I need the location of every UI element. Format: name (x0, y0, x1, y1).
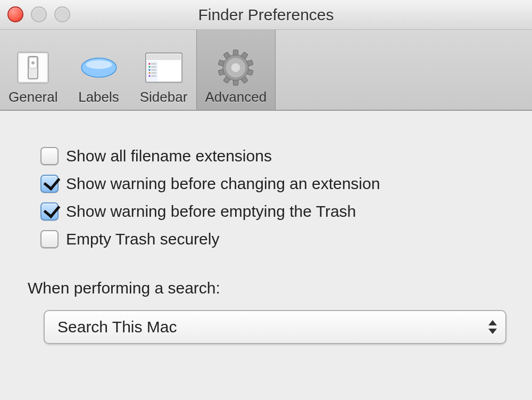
content: Show all filename extensions Show warnin… (0, 111, 532, 360)
tab-sidebar[interactable]: Sidebar (131, 30, 196, 110)
svg-point-33 (231, 63, 240, 72)
close-button[interactable] (7, 6, 23, 22)
toolbar: General Labels (0, 30, 532, 111)
svg-point-4 (31, 61, 35, 64)
titlebar: Finder Preferences (0, 0, 532, 30)
svg-rect-13 (148, 69, 150, 71)
option-warn-trash-checkbox[interactable] (40, 202, 59, 221)
search-scope-dropdown[interactable]: Search This Mac (44, 310, 506, 344)
option-warn-extension-label: Show warning before changing an extensio… (66, 175, 380, 193)
tab-labels[interactable]: Labels (66, 30, 131, 110)
option-warn-trash-row: Show warning before emptying the Trash (32, 198, 500, 226)
search-scope-value: Search This Mac (57, 318, 177, 336)
tab-advanced[interactable]: Advanced (196, 30, 276, 110)
gear-icon (217, 48, 255, 87)
svg-rect-9 (146, 54, 180, 60)
tab-general[interactable]: General (0, 30, 66, 110)
svg-rect-11 (148, 63, 150, 64)
svg-rect-14 (148, 72, 150, 74)
pill-icon (80, 48, 118, 87)
svg-rect-16 (151, 63, 156, 64)
window-title: Finder Preferences (198, 6, 334, 24)
switch-icon (14, 48, 52, 87)
svg-rect-19 (151, 72, 156, 74)
svg-rect-20 (151, 75, 156, 77)
option-warn-extension-checkbox[interactable] (40, 175, 59, 193)
option-secure-empty-checkbox[interactable] (40, 230, 59, 248)
svg-rect-15 (148, 75, 150, 77)
option-warn-trash-label: Show warning before emptying the Trash (66, 202, 356, 221)
option-show-extensions-label: Show all filename extensions (66, 147, 272, 165)
tab-sidebar-label: Sidebar (140, 89, 188, 105)
tab-labels-label: Labels (78, 89, 119, 105)
search-section: When performing a search: Search This Ma… (32, 279, 500, 344)
chevron-updown-icon (488, 320, 497, 334)
tab-advanced-label: Advanced (205, 89, 267, 105)
option-secure-empty-label: Empty Trash securely (66, 230, 219, 248)
option-show-extensions-checkbox[interactable] (40, 147, 59, 165)
zoom-button[interactable] (54, 6, 70, 22)
svg-point-7 (86, 60, 112, 69)
search-scope-label: When performing a search: (28, 279, 500, 297)
svg-rect-18 (151, 69, 156, 71)
sidebar-icon (145, 48, 183, 87)
tab-general-label: General (9, 89, 58, 105)
minimize-button[interactable] (31, 6, 47, 22)
svg-rect-12 (148, 66, 150, 68)
svg-rect-17 (151, 66, 156, 68)
traffic-lights (7, 6, 70, 22)
option-show-extensions-row: Show all filename extensions (32, 143, 500, 170)
option-secure-empty-row: Empty Trash securely (32, 226, 500, 254)
option-warn-extension-row: Show warning before changing an extensio… (32, 170, 500, 198)
